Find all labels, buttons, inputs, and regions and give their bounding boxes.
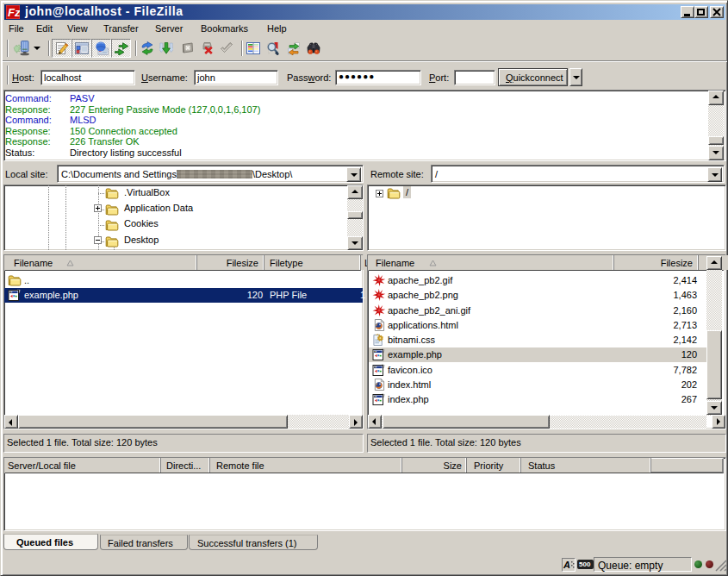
svg-text:A: A xyxy=(563,560,570,570)
svg-text:Fz: Fz xyxy=(8,6,20,19)
